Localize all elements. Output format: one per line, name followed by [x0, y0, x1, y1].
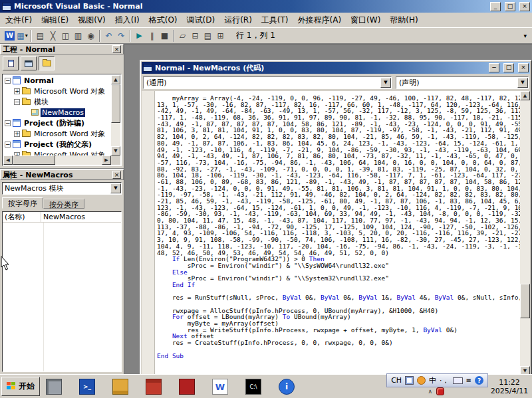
ime-grid-icon[interactable] — [405, 376, 414, 385]
properties-object-dropdown[interactable]: NewMacros 模块 ▼ — [2, 182, 122, 195]
taskbar-app-redbox[interactable] — [174, 377, 200, 397]
code-minimize-button[interactable]: − — [489, 63, 499, 72]
project-explorer-icon[interactable]: ⊟ — [189, 29, 201, 43]
menu-item-11[interactable]: 帮助(H) — [385, 13, 422, 28]
design-mode-icon[interactable]: ▱ — [176, 29, 189, 43]
object-dropdown[interactable]: (通用) ▼ — [143, 76, 392, 89]
code-restore-button[interactable]: □ — [503, 63, 514, 72]
property-row[interactable]: (名称) NewMacros — [3, 212, 121, 223]
minimize-button[interactable]: _ — [490, 2, 501, 11]
menu-item-7[interactable]: 运行(R) — [219, 13, 257, 28]
close-icon[interactable]: × — [112, 171, 121, 179]
break-icon[interactable]: ∥ — [146, 29, 158, 43]
view-code-button[interactable] — [3, 56, 19, 70]
menu-item-6[interactable]: 调试(D) — [182, 13, 220, 28]
menu-item-9[interactable]: 外接程序(A) — [293, 13, 346, 28]
cut-icon[interactable]: ╳ — [47, 29, 59, 43]
scroll-right-icon[interactable]: ▶ — [102, 155, 111, 165]
menu-item-4[interactable]: 插入(I) — [110, 13, 144, 28]
chinese-mode-indicator[interactable]: 中 — [429, 375, 436, 385]
find-icon[interactable]: ◉ — [84, 29, 97, 43]
collapse-icon[interactable]: − — [5, 120, 11, 126]
undo-icon[interactable]: ↶ — [102, 29, 115, 43]
reset-icon-glyph: ■ — [161, 31, 168, 41]
close-button[interactable]: × — [519, 2, 530, 11]
collapse-icon[interactable]: − — [5, 142, 11, 148]
scroll-left-icon[interactable]: ◀ — [3, 155, 13, 165]
tab-categorized[interactable]: 按分类序 — [43, 199, 84, 209]
tree-vertical-scrollbar[interactable]: ▲ ▼ — [111, 75, 120, 155]
code-close-button[interactable]: × — [518, 63, 529, 72]
scroll-thumb[interactable] — [111, 84, 120, 123]
collapse-icon[interactable]: − — [5, 78, 11, 84]
scroll-down-icon[interactable]: ▼ — [111, 146, 120, 155]
properties-grid[interactable]: (名称) NewMacros — [2, 211, 122, 372]
code-vertical-scrollbar[interactable]: ▲ ▼ — [520, 91, 530, 374]
scroll-thumb[interactable] — [520, 284, 530, 318]
scroll-thumb[interactable] — [13, 155, 55, 165]
scroll-down-icon[interactable]: ▼ — [520, 366, 530, 374]
taskbar-app-toolbox[interactable] — [141, 377, 166, 397]
procedure-dropdown[interactable]: (声明) ▼ — [396, 76, 529, 89]
close-icon[interactable]: × — [112, 45, 121, 53]
scroll-up-icon[interactable]: ▲ — [111, 75, 120, 84]
collapse-icon[interactable]: − — [14, 99, 20, 105]
menu-item-3[interactable]: 视图(V) — [73, 13, 110, 28]
save-icon[interactable]: ▤ — [34, 29, 47, 43]
hide-icons-button[interactable]: ∧ — [428, 388, 432, 395]
code-text[interactable]: myArray = Array(-4, -24, -119, 0, 0, 96,… — [155, 91, 520, 374]
paste-icon[interactable]: ▥ — [72, 29, 84, 43]
menu-item-2[interactable]: 编辑(E) — [37, 13, 73, 28]
tree-item[interactable]: −Project (我的父亲) — [3, 139, 111, 149]
help-icon[interactable]: ? — [475, 376, 483, 385]
menu-item-5[interactable]: 格式(O) — [144, 13, 182, 28]
menu-item-10[interactable]: 窗口(W) — [346, 13, 385, 28]
options-menu-icon[interactable]: ≡ — [466, 377, 471, 384]
taskbar-app-device[interactable] — [41, 377, 66, 397]
code-editor-area[interactable]: myArray = Array(-4, -24, -119, 0, 0, 96,… — [142, 91, 520, 374]
taskbar-app-powershell[interactable]: >_ — [74, 377, 100, 397]
ime-face-icon[interactable] — [417, 376, 426, 385]
tree-horizontal-scrollbar[interactable]: ◀ ▶ — [3, 155, 111, 165]
tray-clock[interactable]: 11:22 2025/4/11 — [490, 378, 529, 395]
expand-icon[interactable]: + — [14, 131, 20, 137]
properties-window-icon[interactable]: ▤ — [201, 29, 214, 43]
menu-item-8[interactable]: 工具(T) — [257, 13, 293, 28]
view-word-icon[interactable]: W — [3, 29, 16, 43]
tree-item[interactable]: −模块 — [3, 96, 111, 107]
notification-icon[interactable] — [436, 387, 444, 395]
redo-icon[interactable]: ↷ — [115, 29, 128, 43]
tree-item[interactable]: −NewMacros — [3, 107, 111, 118]
run-icon[interactable]: ▶ — [133, 29, 146, 43]
taskbar-app-cmd[interactable]: C:\ — [241, 377, 266, 397]
project-tree[interactable]: −Normal+Microsoft Word 对象−模块−NewMacros−P… — [3, 75, 111, 155]
code-margin-strip[interactable] — [142, 91, 155, 374]
soft-keyboard-icon[interactable] — [453, 377, 463, 384]
tree-item[interactable]: +Microsoft Word 对象 — [3, 86, 111, 96]
tab-alphabetical[interactable]: 按字母序 — [2, 197, 43, 209]
taskbar-app-case[interactable] — [108, 377, 133, 397]
chevron-down-icon[interactable]: ▼ — [517, 78, 528, 88]
tree-item[interactable]: −Project (防诈骗) — [3, 118, 111, 128]
tree-item[interactable]: −Normal — [3, 75, 111, 86]
start-button[interactable]: 开始 — [1, 377, 40, 396]
punctuation-indicator[interactable]: ·， — [440, 375, 450, 385]
toolbox-icon[interactable]: ⊞ — [214, 29, 227, 43]
menu-item-1[interactable]: 文件(F) — [1, 13, 37, 28]
taskbar-app-info[interactable]: i — [274, 377, 299, 397]
scroll-up-icon[interactable]: ▲ — [520, 91, 530, 100]
tree-item[interactable]: +Microsoft Word 对象 — [3, 128, 111, 139]
insert-userform-icon[interactable]: ▦▾ — [16, 29, 29, 43]
language-indicator[interactable]: CH — [391, 376, 402, 385]
reset-icon[interactable]: ■ — [158, 29, 171, 43]
toggle-folders-button[interactable] — [39, 56, 55, 70]
toolbar-overflow-icon[interactable]: ▾ — [523, 33, 529, 39]
maximize-button[interactable]: □ — [505, 2, 515, 11]
taskbar-app-word[interactable]: W — [207, 377, 233, 397]
view-object-button[interactable] — [21, 56, 37, 70]
expand-icon[interactable]: + — [14, 88, 20, 94]
copy-icon[interactable]: ◫ — [59, 29, 72, 43]
chevron-down-icon[interactable]: ▼ — [380, 78, 391, 88]
chevron-down-icon[interactable]: ▼ — [110, 183, 121, 193]
tree-item[interactable]: +Microsoft Word 对象 — [3, 149, 111, 155]
